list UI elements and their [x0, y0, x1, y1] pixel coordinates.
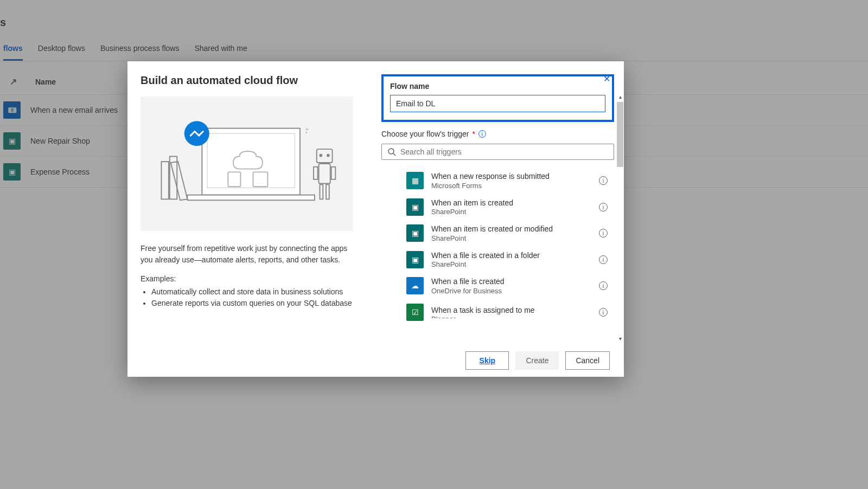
svg-point-10	[320, 154, 323, 157]
svg-point-11	[327, 154, 330, 157]
skip-button[interactable]: Skip	[465, 351, 509, 370]
hero-illustration: +	[141, 96, 353, 231]
trigger-source: SharePoint	[431, 208, 591, 216]
info-icon[interactable]: i	[599, 203, 608, 211]
trigger-title: When an item is created or modified	[431, 224, 591, 234]
trigger-title: When a new response is submitted	[431, 172, 591, 182]
cancel-button[interactable]: Cancel	[565, 351, 610, 370]
trigger-title: When a file is created	[431, 277, 591, 287]
info-icon[interactable]: i	[599, 255, 608, 264]
info-icon[interactable]: i	[599, 308, 608, 317]
trigger-source: SharePoint	[431, 234, 591, 242]
scroll-up-icon[interactable]: ▴	[616, 94, 624, 101]
info-icon[interactable]: i	[478, 130, 486, 138]
trigger-item[interactable]: ▦ When a new response is submitted Micro…	[381, 168, 614, 194]
info-icon[interactable]: i	[599, 176, 608, 185]
flow-name-label: Flow name	[390, 82, 605, 91]
svg-point-19	[388, 149, 394, 154]
trigger-source: Microsoft Forms	[431, 182, 591, 190]
flow-name-input[interactable]	[390, 95, 605, 112]
svg-text:+: +	[305, 126, 309, 132]
trigger-item[interactable]: ▣ When an item is created SharePoint i	[381, 194, 614, 221]
sharepoint-icon: ▣	[406, 251, 424, 268]
example-item: Automatically collect and store data in …	[151, 286, 353, 298]
planner-icon: ☑	[406, 304, 424, 321]
modal-title: Build an automated cloud flow	[141, 74, 353, 87]
scrollbar-thumb[interactable]	[617, 102, 623, 167]
trigger-search[interactable]	[381, 144, 614, 160]
sharepoint-icon: ▣	[406, 224, 424, 242]
trigger-source: Planner	[431, 315, 591, 318]
close-icon[interactable]: ✕	[599, 71, 614, 86]
trigger-item[interactable]: ▣ When an item is created or modified Sh…	[381, 220, 614, 247]
example-item: Generate reports via custom queries on y…	[151, 298, 353, 309]
create-flow-modal: ✕ Build an automated cloud flow	[127, 61, 624, 377]
trigger-source: SharePoint	[431, 260, 591, 268]
trigger-title: When an item is created	[431, 198, 591, 208]
info-icon[interactable]: i	[599, 281, 608, 290]
trigger-search-input[interactable]	[400, 147, 608, 156]
forms-icon: ▦	[406, 172, 424, 189]
trigger-item[interactable]: ☑ When a task is assigned to me Planner …	[381, 299, 614, 321]
trigger-item[interactable]: ▣ When a file is created in a folder Sha…	[381, 247, 614, 273]
choose-trigger-label: Choose your flow's trigger * i	[381, 130, 614, 138]
svg-line-20	[393, 153, 395, 156]
svg-rect-3	[187, 195, 314, 201]
svg-rect-2	[207, 133, 295, 188]
trigger-source: OneDrive for Business	[431, 287, 591, 295]
trigger-item[interactable]: ☁ When a file is created OneDrive for Bu…	[381, 273, 614, 299]
trigger-list: ▦ When a new response is submitted Micro…	[381, 168, 614, 321]
onedrive-icon: ☁	[406, 277, 424, 294]
examples-label: Examples:	[141, 274, 353, 283]
modal-description: Free yourself from repetitive work just …	[141, 243, 353, 266]
info-icon[interactable]: i	[599, 229, 608, 237]
create-button[interactable]: Create	[515, 351, 559, 370]
sharepoint-icon: ▣	[406, 198, 424, 216]
trigger-title: When a task is assigned to me	[431, 306, 591, 316]
flow-name-highlight: Flow name	[381, 74, 614, 122]
trigger-title: When a file is created in a folder	[431, 251, 591, 261]
scroll-down-icon[interactable]: ▾	[616, 336, 624, 343]
modal-footer: Skip Create Cancel	[127, 344, 624, 377]
search-icon	[387, 147, 396, 156]
